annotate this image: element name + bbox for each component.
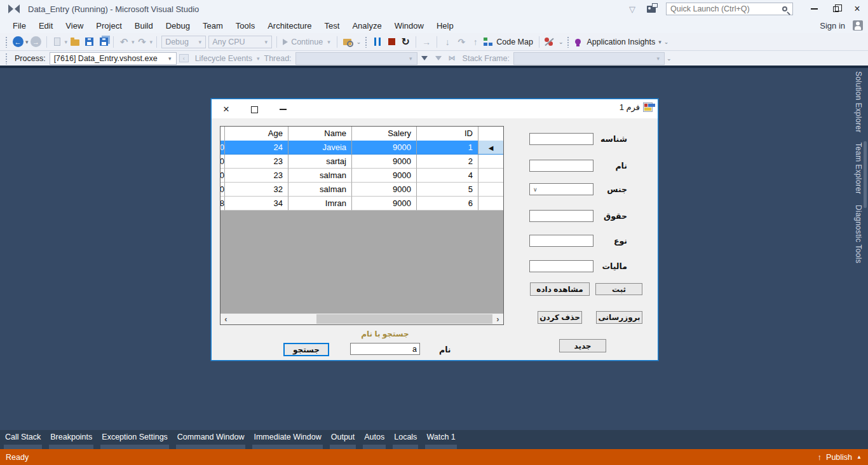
user-avatar-icon[interactable] xyxy=(853,20,863,31)
cell-salary[interactable]: 9000 xyxy=(352,197,417,211)
code-map-icon[interactable] xyxy=(482,35,496,49)
publish-button[interactable]: ↑ Publish ▲ xyxy=(818,452,862,462)
new-button[interactable]: جديد xyxy=(559,339,606,352)
stack-frame-select[interactable]: ▾ xyxy=(513,52,665,65)
cell-id[interactable]: 4 xyxy=(417,169,478,183)
cell-salary[interactable]: 9000 xyxy=(352,183,417,197)
tab-team-explorer[interactable]: Team Explorer xyxy=(854,142,863,194)
filter-flagged-icon[interactable] xyxy=(435,56,442,60)
cell-name[interactable]: Javeia xyxy=(288,141,352,155)
cell-age[interactable]: 24 xyxy=(225,141,288,155)
sign-in-link[interactable]: Sign in xyxy=(820,21,845,31)
tab-solution-explorer[interactable]: Solution Explorer xyxy=(854,71,863,132)
search-name-box[interactable] xyxy=(350,343,420,355)
continue-button[interactable]: Continue ▾ xyxy=(280,38,334,46)
tab-exception-settings[interactable]: Exception Settings xyxy=(100,433,169,449)
process-select[interactable]: [7616] Data_Entry.vshost.exe▾ xyxy=(50,52,177,65)
solution-platform-select[interactable]: Any CPU▾ xyxy=(208,36,272,48)
form-close-icon[interactable]: × xyxy=(220,104,232,115)
undo-dropdown-icon[interactable]: ▾ xyxy=(132,39,135,45)
debug-toolbar-grip[interactable] xyxy=(365,36,368,48)
lifecycle-events-label[interactable]: Lifecycle Events xyxy=(195,54,252,63)
menu-item-file[interactable]: File xyxy=(6,19,32,32)
column-header-name[interactable]: Name xyxy=(288,127,352,141)
tab-breakpoints[interactable]: Breakpoints xyxy=(49,433,93,449)
send-feedback-icon[interactable] xyxy=(647,6,656,13)
delete-button[interactable]: حذف كردن xyxy=(538,311,582,324)
application-insights-label[interactable]: Application Insights xyxy=(587,38,655,46)
thread-select[interactable]: ▾ xyxy=(295,52,417,65)
column-header-id[interactable]: ID xyxy=(417,127,478,141)
tab-output[interactable]: Output xyxy=(330,433,356,449)
redo-dropdown-icon[interactable]: ▾ xyxy=(150,39,153,45)
cell-name[interactable]: salman xyxy=(288,169,352,183)
menu-item-test[interactable]: Test xyxy=(318,19,346,32)
cell-salary[interactable]: 9000 xyxy=(352,155,417,169)
insights-overflow-icon[interactable]: ⌄ xyxy=(664,39,668,45)
menu-item-debug[interactable]: Debug xyxy=(159,19,196,32)
menu-item-architecture[interactable]: Architecture xyxy=(261,19,318,32)
cell-salary[interactable]: 9000 xyxy=(352,141,417,155)
save-record-button[interactable]: ثبت xyxy=(595,283,642,295)
column-header-age[interactable]: Age xyxy=(225,127,288,141)
cell-salary[interactable]: 9000 xyxy=(352,169,417,183)
filter-threads-icon[interactable] xyxy=(421,56,428,60)
menu-item-project[interactable]: Project xyxy=(90,19,128,32)
process-overflow-icon[interactable]: ⌄ xyxy=(667,55,671,62)
find-in-files-icon[interactable] xyxy=(341,35,355,49)
navigate-back-button[interactable]: ← xyxy=(11,35,25,49)
cell-age[interactable]: 23 xyxy=(225,169,288,183)
table-row[interactable]: 0 32 salman 9000 5 xyxy=(220,183,503,197)
new-item-dropdown-icon[interactable]: ▾ xyxy=(65,39,68,45)
form-title-bar[interactable]: × فرم 1 xyxy=(212,99,658,118)
thread-marker-icon[interactable]: ‹ xyxy=(179,54,189,62)
debug-toolbar-overflow-icon[interactable]: ⌄ xyxy=(559,39,563,45)
step-into-icon[interactable]: ↓ xyxy=(440,35,454,49)
solution-configuration-select[interactable]: Debug▾ xyxy=(161,36,206,48)
column-header-salery[interactable]: Salery xyxy=(352,127,417,141)
open-file-button[interactable] xyxy=(68,35,82,49)
table-row[interactable]: 0 23 sartaj 9000 2 xyxy=(220,155,503,169)
gender-combobox[interactable]: ∨ xyxy=(529,183,593,195)
row-header[interactable] xyxy=(478,155,503,169)
employee-data-grid[interactable]: Age Name Salery ID 0 24 Javeia 9000 1 ◀ … xyxy=(220,126,504,325)
cell-age[interactable]: 32 xyxy=(225,183,288,197)
notifications-funnel-icon[interactable]: ▽ xyxy=(629,4,635,14)
table-row[interactable]: 8 34 Imran 9000 6 xyxy=(220,197,503,211)
navigate-back-dropdown-icon[interactable]: ▾ xyxy=(25,39,29,45)
menu-item-window[interactable]: Window xyxy=(388,19,430,32)
menu-item-help[interactable]: Help xyxy=(430,19,460,32)
cell-id[interactable]: 5 xyxy=(417,183,478,197)
insights-toolbar-grip[interactable] xyxy=(567,36,570,48)
toolbar-grip[interactable] xyxy=(5,36,8,48)
menu-item-edit[interactable]: Edit xyxy=(32,19,59,32)
scrollbar[interactable] xyxy=(864,141,867,208)
row-header-current[interactable]: ◀ xyxy=(478,141,503,155)
id-field[interactable] xyxy=(529,133,593,145)
save-button[interactable] xyxy=(82,35,96,49)
salary-field[interactable] xyxy=(529,210,593,222)
menu-item-tools[interactable]: Tools xyxy=(229,19,261,32)
table-row[interactable]: 0 24 Javeia 9000 1 ◀ xyxy=(220,141,503,155)
menu-item-view[interactable]: View xyxy=(59,19,90,32)
tax-field[interactable] xyxy=(529,260,593,272)
step-out-icon[interactable]: ↑ xyxy=(468,35,482,49)
cell-id[interactable]: 1 xyxy=(417,141,478,155)
search-button[interactable]: جستجو xyxy=(283,343,329,356)
break-all-button[interactable] xyxy=(370,35,384,49)
row-header[interactable] xyxy=(478,169,503,183)
view-data-button[interactable]: مشاهده داده xyxy=(530,282,590,296)
disable-breakpoints-icon[interactable] xyxy=(543,35,557,49)
cell-name[interactable]: salman xyxy=(288,183,352,197)
tab-immediate-window[interactable]: Immediate Window xyxy=(252,433,322,449)
quick-launch-input[interactable] xyxy=(667,4,782,13)
save-all-button[interactable] xyxy=(96,35,110,49)
tab-diagnostic-tools[interactable]: Diagnostic Tools xyxy=(854,205,863,263)
form-minimize-icon[interactable] xyxy=(277,104,288,115)
new-item-button[interactable] xyxy=(50,35,64,49)
tab-watch-1[interactable]: Watch 1 xyxy=(425,433,456,449)
restart-button[interactable]: ↻ xyxy=(398,35,412,49)
suppress-filter-icon[interactable]: ⋈ xyxy=(449,54,456,62)
application-insights-icon[interactable] xyxy=(573,35,587,49)
tab-call-stack[interactable]: Call Stack xyxy=(4,433,42,449)
